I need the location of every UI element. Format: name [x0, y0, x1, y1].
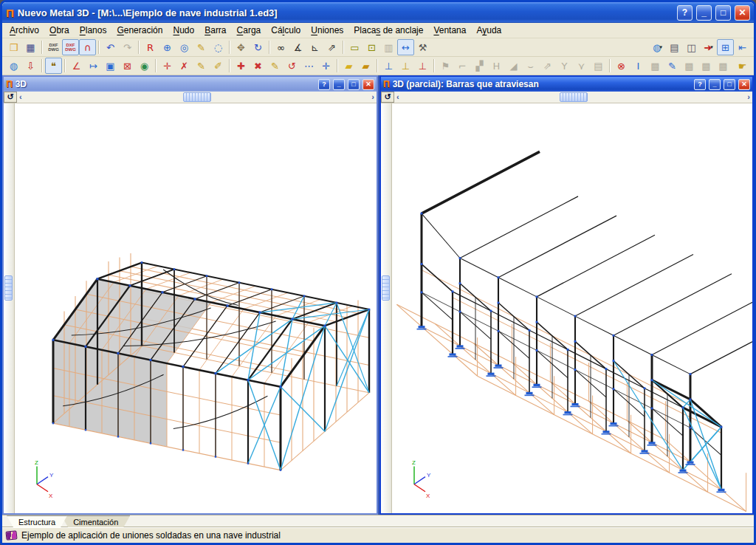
- viewport-3d-partial-close-button[interactable]: ✕: [738, 79, 750, 90]
- tab-cimentacion[interactable]: Cimentación: [61, 515, 130, 527]
- rectangle-center-icon[interactable]: ⊡: [363, 39, 380, 55]
- menu-barra[interactable]: Barra: [199, 24, 231, 37]
- viewport-3d-minimize-button[interactable]: _: [333, 79, 345, 90]
- viewport-canvas-3d-partial[interactable]: ZYX: [392, 103, 752, 513]
- web-services-icon[interactable]: ◍▾: [649, 39, 666, 55]
- horizontal-rotate-track[interactable]: ‹ ›: [394, 92, 752, 103]
- axes-icon[interactable]: ∠: [68, 58, 85, 74]
- menu-carga[interactable]: Carga: [232, 24, 267, 37]
- joint-edit-icon[interactable]: ✎: [664, 58, 681, 74]
- rotate-reset-icon[interactable]: ↺: [4, 92, 17, 103]
- bar-rotate-icon[interactable]: ↺: [284, 58, 300, 74]
- regenerate-icon[interactable]: ↻: [250, 39, 267, 55]
- vertical-rotate-track[interactable]: [381, 103, 392, 513]
- close-button[interactable]: ✕: [735, 5, 750, 21]
- viewport-3d-maximize-button[interactable]: □: [348, 79, 360, 90]
- viewport-3d-close-button[interactable]: ✕: [362, 79, 374, 90]
- dxf-template-icon[interactable]: DXF DWG: [45, 39, 62, 55]
- menu-generacion[interactable]: Generación: [111, 24, 168, 37]
- node-delete-icon[interactable]: ✗: [176, 58, 193, 74]
- bar-add-icon[interactable]: ✚: [233, 58, 250, 74]
- scroll-left-icon[interactable]: ‹: [396, 93, 399, 101]
- menu-planos[interactable]: Planos: [75, 24, 112, 37]
- zoom-window-icon[interactable]: R: [142, 39, 159, 55]
- scroll-left-icon[interactable]: ‹: [19, 93, 22, 101]
- help-button[interactable]: ?: [677, 5, 693, 21]
- menu-nudo[interactable]: Nudo: [168, 24, 199, 37]
- buckling-delete-icon[interactable]: ⊥: [414, 58, 431, 74]
- bar-delete-icon[interactable]: ✖: [250, 58, 267, 74]
- magnet-icon[interactable]: ∩: [79, 39, 96, 55]
- panel-hand-icon[interactable]: ☛: [734, 58, 751, 74]
- vertical-rotate-thumb[interactable]: [382, 275, 390, 301]
- viewport-3d-partial-help-button[interactable]: ?: [694, 79, 706, 90]
- undo-icon[interactable]: ↶: [102, 39, 119, 55]
- redraw-icon[interactable]: ✎: [193, 39, 210, 55]
- buckling-add-icon[interactable]: ⊥: [380, 58, 397, 74]
- section-icon[interactable]: I: [630, 58, 647, 74]
- menu-uniones[interactable]: Uniones: [306, 24, 348, 37]
- node-add-icon[interactable]: ✛: [159, 58, 176, 74]
- viewport-3d-partial-titlebar[interactable]: Π 3D (parcial): Barras que atraviesan ? …: [381, 77, 752, 92]
- viewport-3d-partial-minimize-button[interactable]: _: [709, 79, 721, 90]
- comments-icon[interactable]: ❝: [45, 58, 62, 74]
- bar-node-icon[interactable]: ✛: [317, 58, 334, 74]
- horizontal-rotate-thumb[interactable]: [183, 92, 211, 102]
- viewport-3d-titlebar[interactable]: Π 3D ? _ □ ✕: [4, 77, 377, 92]
- import-icon[interactable]: ⇩: [22, 58, 39, 74]
- zoom-extents-icon[interactable]: ⊕: [159, 39, 176, 55]
- tab-estructura[interactable]: Estructura: [7, 515, 67, 527]
- profile-series-icon[interactable]: ▰: [340, 58, 357, 74]
- search-icon[interactable]: ∞: [272, 39, 289, 55]
- viewport-canvas-3d[interactable]: ZYX: [15, 103, 377, 513]
- zoom-previous-icon[interactable]: ◌: [210, 39, 227, 55]
- menu-ventana[interactable]: Ventana: [428, 24, 471, 37]
- minimize-button[interactable]: _: [696, 5, 712, 21]
- support-edit-icon[interactable]: ✐: [210, 58, 227, 74]
- horizontal-rotate-track[interactable]: ‹ ›: [17, 92, 377, 103]
- globe-icon[interactable]: ◍: [5, 58, 22, 74]
- menu-calculo[interactable]: Cálculo: [266, 24, 306, 37]
- rectangle-icon[interactable]: ▭: [346, 39, 363, 55]
- vertical-rotate-track[interactable]: [4, 103, 15, 513]
- pan-icon[interactable]: ✥: [233, 39, 250, 55]
- horizontal-rotate-thumb[interactable]: [560, 92, 588, 102]
- ortho-icon[interactable]: ⊾: [306, 39, 323, 55]
- window-tile-icon[interactable]: ⊞: [717, 39, 734, 55]
- maximize-button[interactable]: □: [715, 5, 731, 21]
- export-icon[interactable]: ➜▾: [700, 39, 717, 55]
- menu-placas-de-anclaje[interactable]: Placas de anclaje: [348, 24, 428, 37]
- menu-archivo[interactable]: Archivo: [4, 24, 44, 37]
- group-select-icon[interactable]: ▣: [102, 58, 119, 74]
- profile-edit-icon[interactable]: ▰: [357, 58, 374, 74]
- print-icon[interactable]: ▤: [666, 39, 683, 55]
- menu-ayuda[interactable]: Ayuda: [471, 24, 506, 37]
- stop-calculation-icon[interactable]: ⊗: [613, 58, 630, 74]
- open-icon[interactable]: ❒: [5, 39, 22, 55]
- rotate-reset-icon[interactable]: ↺: [381, 92, 394, 103]
- tools-icon[interactable]: ⚒: [414, 39, 431, 55]
- zoom-x2-icon[interactable]: ◎: [176, 39, 193, 55]
- viewport-3d-help-button[interactable]: ?: [318, 79, 330, 90]
- dimension-icon[interactable]: ↔: [397, 39, 414, 55]
- view-axes-icon[interactable]: ◉: [136, 58, 153, 74]
- bar-edit-icon[interactable]: ✎: [267, 58, 284, 74]
- node-edit-icon[interactable]: ✎: [193, 58, 210, 74]
- vertical-rotate-thumb[interactable]: [4, 275, 13, 301]
- viewport-3d-partial-maximize-button[interactable]: □: [724, 79, 735, 90]
- window-shift-icon[interactable]: ⇤: [734, 39, 751, 55]
- group-delete-icon[interactable]: ⊠: [119, 58, 136, 74]
- toolbar-separator: [98, 41, 100, 54]
- save-icon[interactable]: ▦: [22, 39, 39, 55]
- scroll-right-icon[interactable]: ›: [371, 93, 374, 101]
- capture-icon[interactable]: ◫: [683, 39, 700, 55]
- menu-obra[interactable]: Obra: [44, 24, 75, 37]
- bar-divide-icon[interactable]: ⋯: [300, 58, 317, 74]
- dimension-add-icon[interactable]: ↦: [85, 58, 102, 74]
- buckling-edit-icon[interactable]: ⊥: [397, 58, 414, 74]
- joint-apply-icon: ▩: [698, 58, 715, 74]
- scroll-right-icon[interactable]: ›: [747, 93, 750, 101]
- dxf-layers-icon[interactable]: DXF DWG: [62, 39, 79, 55]
- rotate-view-icon[interactable]: ∡: [289, 39, 306, 55]
- measure-icon[interactable]: ⇗: [323, 39, 340, 55]
